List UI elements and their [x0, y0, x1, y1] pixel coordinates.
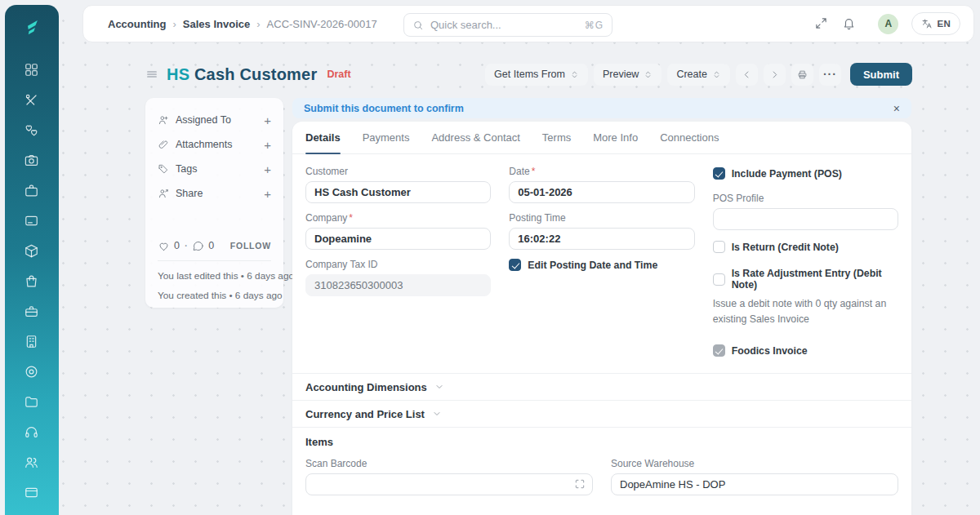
- company-tax-id-label: Company Tax ID: [305, 259, 377, 270]
- badge-icon[interactable]: [24, 364, 40, 380]
- posting-time-field-group: Posting Time: [509, 212, 694, 250]
- dashboard-icon[interactable]: [24, 62, 40, 78]
- app-sidebar: [5, 5, 59, 515]
- comments-count[interactable]: 0: [208, 240, 214, 251]
- paperclip-icon: [158, 139, 169, 150]
- currency-price-list-section[interactable]: Currency and Price List: [292, 400, 911, 427]
- menu-button[interactable]: ···: [819, 64, 841, 86]
- required-asterisk: *: [349, 212, 353, 224]
- tools-icon[interactable]: [24, 92, 40, 109]
- scan-barcode-field[interactable]: [305, 473, 593, 495]
- company-label: Company: [305, 212, 347, 224]
- checkbox-box[interactable]: [713, 167, 725, 180]
- folder-icon[interactable]: [24, 394, 40, 411]
- submit-button[interactable]: Submit: [850, 63, 912, 86]
- breadcrumb-current-doc: ACC-SINV-2026-00017: [267, 18, 377, 30]
- create-button[interactable]: Create: [667, 64, 730, 86]
- assigned-to-label: Assigned To: [176, 114, 257, 126]
- breadcrumb-separator-icon: ›: [173, 18, 176, 30]
- is-return-checkbox[interactable]: Is Return (Credit Note): [713, 241, 898, 253]
- search-input[interactable]: [430, 19, 578, 31]
- close-icon[interactable]: ×: [893, 103, 900, 114]
- created-text: You created this • 6 days ago: [158, 286, 271, 305]
- tab-payments[interactable]: Payments: [363, 122, 410, 153]
- pos-profile-field[interactable]: [713, 208, 898, 230]
- heart-icon[interactable]: [158, 240, 170, 252]
- building-icon[interactable]: [24, 334, 40, 350]
- add-tag-button[interactable]: +: [264, 162, 271, 176]
- status-badge: Draft: [327, 69, 350, 80]
- get-items-from-button[interactable]: Get Items From: [485, 64, 588, 86]
- items-fields: Scan Barcode Source Warehouse: [292, 456, 911, 504]
- add-share-button[interactable]: +: [264, 187, 271, 201]
- healthcare-icon[interactable]: [24, 122, 40, 139]
- attachments-row[interactable]: Attachments +: [158, 132, 271, 157]
- fullscreen-icon[interactable]: [814, 16, 829, 31]
- tab-connections[interactable]: Connections: [660, 122, 719, 153]
- source-warehouse-field[interactable]: [611, 473, 898, 495]
- tab-details[interactable]: Details: [305, 122, 341, 153]
- camera-icon[interactable]: [24, 153, 40, 169]
- share-label: Share: [176, 188, 257, 199]
- scan-icon[interactable]: [574, 478, 586, 490]
- preview-button[interactable]: Preview: [594, 64, 662, 86]
- company-field[interactable]: [305, 228, 491, 250]
- bell-icon[interactable]: [842, 16, 857, 31]
- posting-time-field[interactable]: [509, 228, 694, 250]
- search-icon: [412, 20, 424, 31]
- package-icon[interactable]: [24, 243, 40, 260]
- tab-address-contact[interactable]: Address & Contact: [431, 122, 519, 153]
- add-attachment-button[interactable]: +: [264, 138, 271, 152]
- quick-search[interactable]: ⌘G: [403, 13, 612, 37]
- printer-icon: [797, 69, 808, 80]
- headset-icon[interactable]: [24, 424, 40, 441]
- comment-icon[interactable]: [192, 240, 204, 252]
- include-payment-checkbox[interactable]: Include Payment (POS): [713, 167, 898, 180]
- shopping-bag-icon[interactable]: [24, 273, 40, 290]
- is-rate-adjustment-checkbox[interactable]: Is Rate Adjustment Entry (Debit Note): [713, 268, 898, 291]
- users-icon[interactable]: [24, 455, 40, 471]
- edit-posting-date-checkbox[interactable]: Edit Posting Date and Time: [509, 259, 694, 271]
- tab-more-info[interactable]: More Info: [593, 122, 638, 153]
- checkbox-box: [713, 344, 725, 357]
- browser-window-icon[interactable]: [24, 485, 40, 501]
- print-button[interactable]: [791, 64, 813, 86]
- share-row[interactable]: Share +: [158, 181, 271, 206]
- tags-row[interactable]: Tags +: [158, 157, 271, 181]
- checkbox-box[interactable]: [713, 273, 725, 286]
- tag-icon: [158, 163, 169, 175]
- required-asterisk: *: [532, 166, 536, 177]
- briefcase-icon[interactable]: [24, 183, 40, 199]
- customer-field[interactable]: [305, 181, 491, 203]
- share-user-icon: [158, 188, 169, 199]
- sidebar-toggle-icon[interactable]: [145, 68, 158, 81]
- next-document-button[interactable]: [764, 64, 786, 86]
- tab-terms[interactable]: Terms: [542, 122, 571, 153]
- accounting-dimensions-section[interactable]: Accounting Dimensions: [292, 373, 911, 400]
- frappe-logo-icon[interactable]: [20, 15, 44, 39]
- page-title-accent: HS: [167, 65, 189, 83]
- translate-icon: [921, 18, 933, 29]
- language-switcher[interactable]: EN: [911, 12, 960, 35]
- breadcrumb-accounting[interactable]: Accounting: [108, 18, 167, 30]
- toolbox-icon[interactable]: [24, 304, 40, 320]
- items-section-header: Items: [292, 427, 911, 456]
- form-tabs: Details Payments Address & Contact Terms…: [292, 122, 911, 154]
- checkbox-box[interactable]: [509, 259, 521, 271]
- follow-button[interactable]: FOLLOW: [230, 241, 271, 251]
- select-chevrons-icon: [570, 70, 579, 79]
- add-assignment-button[interactable]: +: [264, 113, 271, 127]
- assigned-to-row[interactable]: Assigned To +: [158, 108, 271, 132]
- company-tax-id-field-group: Company Tax ID: [305, 259, 491, 296]
- date-field-group: Date*: [509, 166, 694, 203]
- previous-document-button[interactable]: [736, 64, 758, 86]
- checkbox-box[interactable]: [713, 241, 725, 253]
- likes-count[interactable]: 0: [174, 240, 180, 251]
- avatar[interactable]: A: [878, 14, 898, 34]
- id-card-icon[interactable]: [24, 213, 40, 229]
- breadcrumb-sales-invoice[interactable]: Sales Invoice: [183, 18, 250, 30]
- collapsible-sections: Accounting Dimensions Currency and Price…: [292, 373, 911, 456]
- chevron-right-icon: [769, 69, 780, 80]
- date-field[interactable]: [509, 181, 694, 203]
- submit-alert-link[interactable]: Submit this document to confirm: [304, 103, 464, 114]
